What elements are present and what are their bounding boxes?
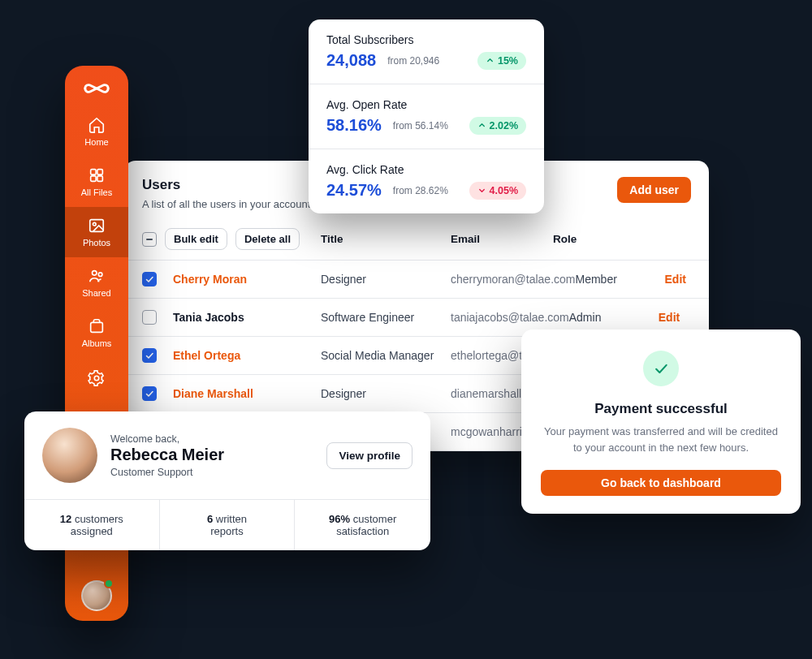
success-check-icon (643, 351, 679, 386)
svg-point-9 (94, 376, 99, 381)
view-profile-button[interactable]: View profile (326, 442, 412, 469)
arrow-down-icon (477, 186, 486, 195)
stat-label: Avg. Click Rate (326, 163, 526, 176)
photos-icon (88, 217, 106, 235)
sidebar-item-shared[interactable]: Shared (65, 257, 128, 308)
column-header-email: Email (451, 233, 553, 245)
row-title: Social Media Manager (321, 349, 451, 362)
albums-icon (88, 317, 106, 335)
profile-stat: 12 customersassigned (24, 500, 160, 550)
sidebar-label: All Files (81, 187, 113, 197)
files-icon (88, 166, 106, 184)
gear-icon (88, 369, 106, 387)
sidebar-label: Albums (82, 338, 112, 348)
row-role: Admin (569, 311, 659, 324)
svg-point-5 (93, 222, 96, 226)
trend-up-badge: 15% (477, 52, 526, 70)
row-select-checkbox[interactable] (142, 272, 157, 286)
sidebar-label: Shared (82, 288, 110, 298)
row-edit-link[interactable]: Edit (665, 273, 714, 286)
stat-block: Avg. Click Rate24.57%from 28.62%4.05% (309, 149, 544, 213)
stats-card: Total Subscribers24,088from 20,94615%Avg… (309, 19, 544, 213)
sidebar-label: Home (84, 137, 108, 147)
payment-body: Your payment was transferred and will be… (541, 424, 781, 455)
row-name: Diane Marshall (173, 387, 321, 400)
sidebar-label: Photos (83, 238, 110, 248)
arrow-up-icon (486, 56, 495, 65)
svg-rect-4 (90, 220, 104, 232)
home-icon (88, 116, 106, 134)
shared-icon (88, 267, 106, 285)
row-email: taniajacobs@talae.com (451, 311, 569, 324)
svg-point-7 (98, 273, 102, 277)
row-select-checkbox[interactable] (142, 310, 157, 325)
payment-modal: Payment successful Your payment was tran… (521, 330, 801, 514)
row-email: cherrymoran@talae.com (451, 273, 576, 286)
select-all-checkbox[interactable] (142, 232, 157, 247)
profile-role: Customer Support (110, 467, 224, 478)
svg-rect-3 (97, 176, 102, 181)
stat-value: 58.16% (326, 116, 382, 135)
row-name: Cherry Moran (173, 273, 321, 286)
column-header-title: Title (321, 233, 451, 245)
go-to-dashboard-button[interactable]: Go back to dashboard (541, 470, 781, 496)
svg-rect-2 (91, 176, 96, 181)
sidebar-profile-avatar[interactable] (81, 580, 112, 611)
stat-label: Total Subscribers (326, 33, 526, 46)
stat-block: Total Subscribers24,088from 20,94615% (309, 19, 544, 84)
delete-all-button[interactable]: Delete all (235, 228, 300, 250)
table-row: Cherry MoranDesignercherrymoran@talae.co… (124, 261, 709, 298)
stat-from: from 56.14% (393, 120, 448, 131)
stat-value: 24.57% (326, 181, 382, 200)
profile-stat: 6 writtenreports (160, 500, 296, 550)
row-title: Software Engineer (321, 311, 451, 324)
profile-name: Rebecca Meier (110, 445, 224, 465)
bulk-edit-button[interactable]: Bulk edit (165, 228, 227, 250)
sidebar-item-settings[interactable] (65, 358, 128, 398)
welcome-text: Welcome back, (110, 433, 224, 445)
brand-logo (83, 80, 110, 97)
avatar (42, 428, 97, 483)
sidebar-item-home[interactable]: Home (65, 106, 128, 157)
arrow-up-icon (477, 121, 486, 130)
users-subtitle: A list of all the users in your account (142, 198, 310, 210)
svg-rect-0 (91, 170, 96, 174)
stat-value: 24,088 (326, 51, 376, 70)
row-select-checkbox[interactable] (142, 348, 157, 363)
row-role: Member (576, 273, 665, 286)
users-title: Users (142, 177, 310, 193)
column-header-role: Role (553, 233, 642, 245)
row-name: Tania Jacobs (173, 311, 321, 324)
stat-from: from 28.62% (393, 185, 448, 196)
svg-point-6 (93, 271, 97, 276)
add-user-button[interactable]: Add user (617, 177, 691, 203)
row-name: Ethel Ortega (173, 349, 321, 362)
sidebar-item-all-files[interactable]: All Files (65, 157, 128, 207)
row-title: Designer (321, 273, 451, 286)
row-edit-link[interactable]: Edit (659, 311, 707, 324)
sidebar-item-albums[interactable]: Albums (65, 308, 128, 358)
stat-from: from 20,946 (387, 55, 439, 67)
presence-indicator (104, 579, 114, 588)
payment-title: Payment successful (541, 401, 781, 417)
trend-down-badge: 4.05% (469, 182, 526, 200)
stat-block: Avg. Open Rate58.16%from 56.14%2.02% (309, 84, 544, 149)
profile-card: Welcome back, Rebecca Meier Customer Sup… (24, 411, 430, 550)
svg-rect-1 (97, 170, 102, 174)
row-title: Designer (321, 387, 451, 400)
profile-stat: 96% customersatisfaction (295, 500, 430, 550)
svg-rect-8 (91, 322, 103, 332)
trend-up-badge: 2.02% (469, 117, 526, 135)
sidebar-item-photos[interactable]: Photos (65, 207, 128, 257)
row-select-checkbox[interactable] (142, 386, 157, 401)
stat-label: Avg. Open Rate (326, 98, 526, 111)
